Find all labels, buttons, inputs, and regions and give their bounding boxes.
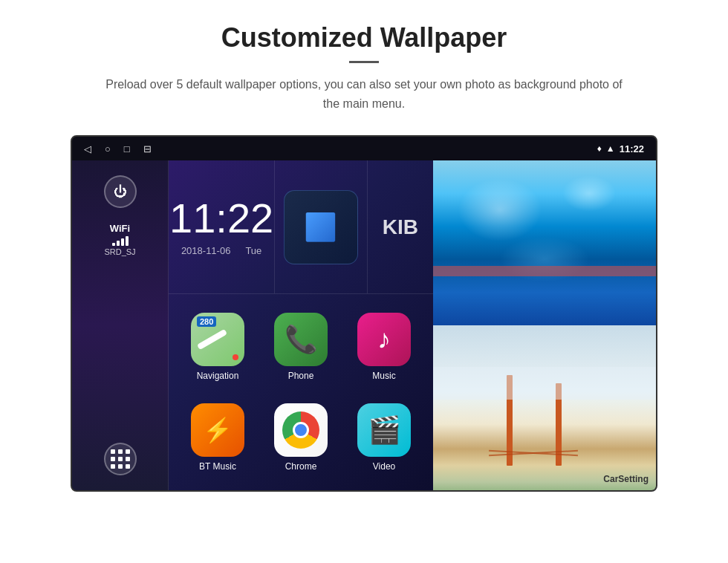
app-chrome[interactable]: Chrome [259, 392, 342, 483]
nav-icons: ◁ ○ □ ⊟ [84, 143, 152, 154]
clock-date: 2018-11-06 Tue [181, 245, 261, 256]
chrome-circle [282, 411, 319, 449]
wifi-ssid: SRD_SJ [104, 247, 135, 256]
apps-grid-icon [111, 449, 130, 469]
apps-button[interactable] [104, 443, 137, 475]
navigation-label: Navigation [197, 371, 239, 381]
wifi-bar-4 [126, 236, 129, 246]
chrome-inner-circle [293, 422, 309, 438]
wallpaper-ice[interactable] [433, 160, 656, 325]
chrome-label: Chrome [285, 461, 317, 472]
page-description: Preload over 5 default wallpaper options… [104, 75, 624, 113]
map-badge: 280 [197, 316, 216, 327]
apps-dot [118, 449, 123, 454]
video-label: Video [373, 461, 395, 472]
extra-widgets: KI B [368, 160, 433, 293]
recent-icon[interactable]: □ [124, 143, 130, 154]
bt-music-label: BT Music [199, 461, 236, 472]
bluetooth-glyph: ⚡ [203, 416, 233, 444]
status-time: 11:22 [620, 143, 644, 154]
apps-dot [126, 464, 130, 469]
wifi-bar-1 [112, 243, 115, 246]
map-road [197, 329, 227, 351]
clock-section: 11:22 2018-11-06 Tue [169, 160, 275, 293]
app-video[interactable]: 🎬 Video [342, 392, 426, 483]
radio-widget[interactable]: 📶 [284, 190, 358, 264]
clock-date-value: 2018-11-06 [181, 245, 231, 256]
music-glyph: ♪ [377, 324, 391, 355]
video-icon: 🎬 [357, 403, 411, 457]
sidebar-top: ⏻ WiFi SRD_SJ [104, 175, 137, 256]
video-glyph: 🎬 [368, 414, 401, 446]
power-icon: ⏻ [114, 184, 127, 200]
wallpaper-bridge[interactable]: CarSetting [433, 325, 656, 490]
card-overlay [433, 266, 656, 276]
ice-texture [433, 160, 656, 325]
left-sidebar: ⏻ WiFi SRD_SJ [72, 160, 169, 490]
app-bt-music[interactable]: ⚡ BT Music [176, 392, 259, 483]
b-widget[interactable]: B [403, 215, 418, 239]
apps-dot [126, 457, 130, 461]
status-bar: ◁ ○ □ ⊟ ♦ ▲ 11:22 [72, 137, 656, 160]
phone-icon: 📞 [274, 313, 328, 366]
location-icon: ♦ [597, 143, 602, 154]
wifi-label: WiFi [104, 223, 135, 234]
wifi-status-icon: ▲ [606, 143, 615, 154]
main-content: ⏻ WiFi SRD_SJ [72, 160, 656, 490]
chrome-icon-container [274, 403, 328, 457]
app-navigation[interactable]: 280 Navigation [176, 302, 259, 392]
music-label: Music [372, 371, 395, 381]
wifi-info: WiFi SRD_SJ [104, 223, 135, 256]
page-title: Customized Wallpaper [221, 22, 507, 53]
fog-layer [433, 367, 656, 400]
clock-day-value: Tue [245, 245, 261, 256]
apps-dot [126, 449, 130, 454]
wifi-bars [104, 235, 135, 246]
apps-dot [111, 457, 115, 461]
device-frame: ◁ ○ □ ⊟ ♦ ▲ 11:22 ⏻ WiFi [71, 135, 657, 492]
clock-time: 11:22 [169, 198, 273, 239]
center-content: 11:22 2018-11-06 Tue 📶 KI B [169, 160, 433, 490]
nav-map-background: 280 [191, 313, 244, 366]
wallpaper-label: CarSetting [603, 474, 649, 484]
app-grid: 280 Navigation 📞 Phone ♪ [169, 294, 433, 490]
radio-icon: 📶 [304, 212, 337, 243]
map-signal [233, 354, 238, 360]
apps-dot [111, 449, 115, 454]
bt-music-icon: ⚡ [191, 403, 244, 457]
wallpaper-panel: CarSetting [433, 160, 656, 490]
title-divider [349, 61, 379, 63]
phone-glyph: 📞 [285, 324, 318, 355]
apps-dot [118, 464, 123, 469]
app-phone[interactable]: 📞 Phone [259, 302, 342, 392]
app-music[interactable]: ♪ Music [342, 302, 426, 392]
apps-dot [111, 464, 115, 469]
apps-dot [118, 457, 123, 461]
screenshot-icon[interactable]: ⊟ [143, 143, 152, 154]
top-section: 11:22 2018-11-06 Tue 📶 KI B [169, 160, 433, 294]
wifi-bar-2 [117, 241, 120, 246]
home-icon[interactable]: ○ [105, 143, 111, 154]
wifi-bar-3 [121, 238, 124, 246]
ki-widget[interactable]: KI [383, 215, 403, 239]
music-icon: ♪ [357, 313, 411, 366]
navigation-icon: 280 [191, 313, 244, 366]
back-icon[interactable]: ◁ [84, 143, 91, 154]
status-icons: ♦ ▲ 11:22 [597, 143, 644, 154]
phone-label: Phone [288, 371, 314, 381]
power-button[interactable]: ⏻ [104, 175, 137, 208]
radio-widget-section: 📶 [275, 160, 368, 293]
